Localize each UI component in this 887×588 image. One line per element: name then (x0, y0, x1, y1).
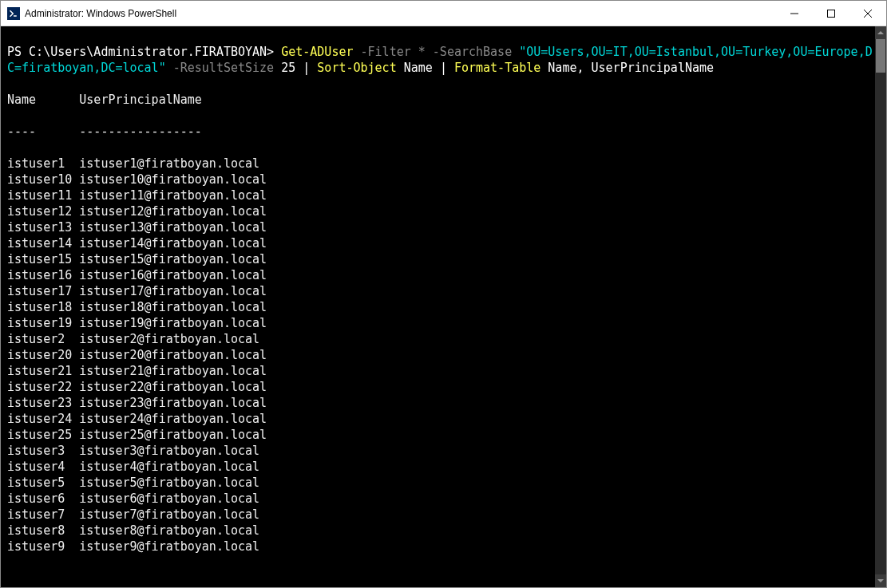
cell-upn: istuser11@firatboyan.local (79, 187, 267, 203)
cell-upn: istuser21@firatboyan.local (79, 363, 267, 379)
cell-upn: istuser25@firatboyan.local (79, 427, 267, 443)
cell-name: istuser11 (7, 187, 79, 203)
table-rows: istuser1istuser1@firatboyan.localistuser… (7, 156, 875, 554)
cell-upn: istuser19@firatboyan.local (79, 315, 267, 331)
cell-upn: istuser3@firatboyan.local (79, 443, 259, 459)
table-row: istuser13istuser13@firatboyan.local (7, 219, 875, 235)
cell-upn: istuser12@firatboyan.local (79, 203, 267, 219)
cell-name: istuser19 (7, 315, 79, 331)
table-row: istuser17istuser17@firatboyan.local (7, 283, 875, 299)
svg-rect-0 (828, 10, 835, 17)
cell-upn: istuser17@firatboyan.local (79, 283, 267, 299)
cell-name: istuser13 (7, 219, 79, 235)
blank-line (7, 77, 14, 91)
cell-name: istuser16 (7, 267, 79, 283)
cell-upn: istuser7@firatboyan.local (79, 507, 259, 523)
scroll-thumb[interactable] (876, 39, 885, 73)
cell-name: istuser18 (7, 299, 79, 315)
cell-name: istuser10 (7, 172, 79, 187)
cell-name: istuser2 (7, 331, 79, 347)
table-row: istuser1istuser1@firatboyan.local (7, 156, 875, 172)
cell-upn: istuser13@firatboyan.local (79, 219, 267, 235)
cell-upn: istuser6@firatboyan.local (79, 491, 259, 507)
console-output[interactable]: PS C:\Users\Administrator.FIRATBOYAN> Ge… (1, 26, 875, 587)
cell-name: istuser22 (7, 379, 79, 395)
cell-name: istuser17 (7, 283, 79, 299)
window-controls (776, 1, 886, 26)
table-row: istuser9istuser9@firatboyan.local (7, 539, 875, 554)
table-row: istuser22istuser22@firatboyan.local (7, 379, 875, 395)
table-row: istuser3istuser3@firatboyan.local (7, 443, 875, 459)
blank-line-2 (7, 571, 14, 586)
table-row: istuser16istuser16@firatboyan.local (7, 267, 875, 283)
cell-upn: istuser9@firatboyan.local (79, 539, 259, 554)
prompt-line-2: C=firatboyan,DC=local" -ResultSetSize 25… (7, 61, 714, 75)
cell-name: istuser3 (7, 443, 79, 459)
cell-upn: istuser15@firatboyan.local (79, 251, 267, 267)
cell-upn: istuser22@firatboyan.local (79, 379, 267, 395)
cell-name: istuser14 (7, 235, 79, 251)
cell-upn: istuser24@firatboyan.local (79, 411, 267, 427)
table-row: istuser15istuser15@firatboyan.local (7, 251, 875, 267)
prompt-line-1: PS C:\Users\Administrator.FIRATBOYAN> Ge… (7, 45, 873, 59)
scroll-down-button[interactable] (875, 574, 886, 587)
cell-upn: istuser10@firatboyan.local (79, 172, 267, 187)
cell-name: istuser9 (7, 539, 79, 554)
table-row: istuser25istuser25@firatboyan.local (7, 427, 875, 443)
table-row: istuser2istuser2@firatboyan.local (7, 331, 875, 347)
cell-name: istuser6 (7, 491, 79, 507)
cell-name: istuser23 (7, 395, 79, 411)
table-row: istuser23istuser23@firatboyan.local (7, 395, 875, 411)
cell-name: istuser21 (7, 363, 79, 379)
cell-name: istuser7 (7, 507, 79, 523)
cell-upn: istuser4@firatboyan.local (79, 459, 259, 475)
cell-upn: istuser5@firatboyan.local (79, 475, 259, 491)
powershell-icon (7, 7, 20, 20)
table-row: istuser6istuser6@firatboyan.local (7, 491, 875, 507)
cell-name: istuser25 (7, 427, 79, 443)
table-row: istuser12istuser12@firatboyan.local (7, 203, 875, 219)
window-title: Administrator: Windows PowerShell (25, 8, 176, 19)
cell-name: istuser12 (7, 203, 79, 219)
minimize-button[interactable] (776, 1, 813, 26)
cell-upn: istuser23@firatboyan.local (79, 395, 267, 411)
table-row: istuser18istuser18@firatboyan.local (7, 299, 875, 315)
table-row: istuser4istuser4@firatboyan.local (7, 459, 875, 475)
cell-upn: istuser18@firatboyan.local (79, 299, 267, 315)
table-row: istuser11istuser11@firatboyan.local (7, 187, 875, 203)
cell-name: istuser15 (7, 251, 79, 267)
cell-name: istuser20 (7, 347, 79, 363)
table-row: istuser20istuser20@firatboyan.local (7, 347, 875, 363)
table-row: istuser21istuser21@firatboyan.local (7, 363, 875, 379)
table-row: istuser24istuser24@firatboyan.local (7, 411, 875, 427)
cell-name: istuser8 (7, 523, 79, 539)
cell-name: istuser1 (7, 156, 79, 172)
cell-name: istuser24 (7, 411, 79, 427)
header-row: NameUserPrincipalName (7, 92, 875, 108)
cell-name: istuser5 (7, 475, 79, 491)
close-button[interactable] (849, 1, 886, 26)
table-row: istuser19istuser19@firatboyan.local (7, 315, 875, 331)
table-row: istuser14istuser14@firatboyan.local (7, 235, 875, 251)
table-row: istuser10istuser10@firatboyan.local (7, 172, 875, 187)
cell-upn: istuser16@firatboyan.local (79, 267, 267, 283)
maximize-button[interactable] (813, 1, 849, 26)
cell-upn: istuser14@firatboyan.local (79, 235, 267, 251)
scroll-up-button[interactable] (875, 26, 886, 39)
table-row: istuser8istuser8@firatboyan.local (7, 523, 875, 539)
table-row: istuser7istuser7@firatboyan.local (7, 507, 875, 523)
cell-upn: istuser8@firatboyan.local (79, 523, 259, 539)
cell-upn: istuser20@firatboyan.local (79, 347, 267, 363)
header-rule: --------------------- (7, 124, 875, 140)
vertical-scrollbar[interactable] (875, 26, 886, 587)
cell-name: istuser4 (7, 459, 79, 475)
table-row: istuser5istuser5@firatboyan.local (7, 475, 875, 491)
console-area: PS C:\Users\Administrator.FIRATBOYAN> Ge… (1, 26, 886, 587)
window-titlebar[interactable]: Administrator: Windows PowerShell (1, 1, 886, 26)
cell-upn: istuser2@firatboyan.local (79, 331, 259, 347)
cell-upn: istuser1@firatboyan.local (79, 156, 259, 172)
